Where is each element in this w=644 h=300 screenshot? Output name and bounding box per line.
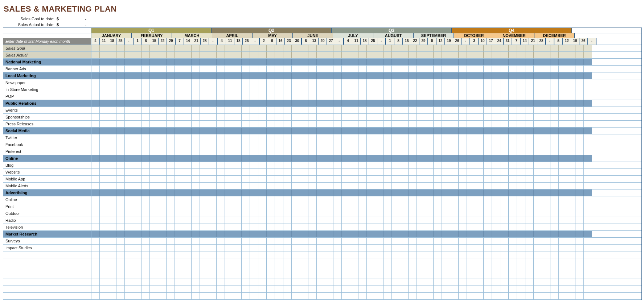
grid-cell[interactable] xyxy=(559,107,567,113)
grid-cell[interactable] xyxy=(192,203,200,210)
grid-cell[interactable] xyxy=(325,107,333,113)
grid-cell[interactable] xyxy=(575,258,584,265)
grid-cell[interactable] xyxy=(358,293,367,299)
grid-cell[interactable] xyxy=(450,251,459,258)
grid-cell[interactable] xyxy=(475,52,484,58)
grid-cell[interactable] xyxy=(242,196,250,203)
grid-cell[interactable] xyxy=(116,162,125,168)
grid-cell[interactable] xyxy=(475,86,484,93)
grid-cell[interactable] xyxy=(250,258,258,265)
grid-cell[interactable] xyxy=(183,114,192,120)
grid-cell[interactable] xyxy=(250,224,258,230)
grid-cell[interactable] xyxy=(517,52,525,58)
grid-cell[interactable] xyxy=(475,251,484,258)
grid-cell[interactable] xyxy=(267,162,275,168)
grid-cell[interactable] xyxy=(150,121,158,127)
grid-cell[interactable] xyxy=(183,279,192,286)
grid-cell[interactable] xyxy=(267,251,275,258)
grid-cell[interactable] xyxy=(358,217,367,224)
grid-cell[interactable] xyxy=(442,265,450,272)
grid-cell[interactable] xyxy=(158,121,167,127)
grid-cell[interactable] xyxy=(525,286,534,292)
grid-cell[interactable] xyxy=(350,203,358,210)
grid-cell[interactable] xyxy=(158,107,167,113)
grid-cell[interactable] xyxy=(325,183,333,189)
grid-cell[interactable] xyxy=(567,286,575,292)
grid-cell[interactable] xyxy=(150,162,158,168)
grid-cell[interactable] xyxy=(192,169,200,175)
grid-cell[interactable] xyxy=(158,265,167,272)
grid-cell[interactable] xyxy=(267,141,275,148)
grid-cell[interactable] xyxy=(116,245,125,251)
grid-cell[interactable] xyxy=(225,251,233,258)
grid-cell[interactable] xyxy=(167,169,175,175)
grid-cell[interactable] xyxy=(442,107,450,113)
grid-cell[interactable] xyxy=(225,52,233,58)
grid-cell[interactable] xyxy=(400,107,409,113)
grid-cell[interactable] xyxy=(300,258,308,265)
grid-cell[interactable] xyxy=(350,141,358,148)
grid-cell[interactable] xyxy=(584,176,592,182)
grid-cell[interactable] xyxy=(509,217,517,224)
grid-cell[interactable] xyxy=(100,210,108,217)
grid-cell[interactable] xyxy=(400,134,409,141)
grid-cell[interactable] xyxy=(283,169,292,175)
grid-cell[interactable] xyxy=(475,293,484,299)
grid-cell[interactable] xyxy=(250,251,258,258)
grid-cell[interactable] xyxy=(275,107,283,113)
grid-cell[interactable] xyxy=(450,134,459,141)
grid-cell[interactable] xyxy=(91,217,100,224)
grid-cell[interactable] xyxy=(233,217,242,224)
grid-cell[interactable] xyxy=(517,238,525,244)
grid-cell[interactable] xyxy=(500,107,509,113)
grid-cell[interactable] xyxy=(208,162,217,168)
grid-cell[interactable] xyxy=(333,203,342,210)
grid-cell[interactable] xyxy=(358,210,367,217)
grid-cell[interactable] xyxy=(342,45,350,51)
grid-cell[interactable] xyxy=(242,272,250,279)
grid-cell[interactable] xyxy=(575,286,584,292)
grid-cell[interactable] xyxy=(133,217,141,224)
grid-cell[interactable] xyxy=(409,272,417,279)
grid-cell[interactable] xyxy=(367,251,375,258)
grid-cell[interactable] xyxy=(300,79,308,86)
grid-cell[interactable] xyxy=(450,52,459,58)
grid-cell[interactable] xyxy=(108,272,116,279)
grid-cell[interactable] xyxy=(175,176,183,182)
grid-cell[interactable] xyxy=(342,238,350,244)
grid-cell[interactable] xyxy=(550,286,559,292)
grid-cell[interactable] xyxy=(91,176,100,182)
grid-cell[interactable] xyxy=(200,169,208,175)
grid-cell[interactable] xyxy=(258,183,267,189)
grid-cell[interactable] xyxy=(225,196,233,203)
grid-cell[interactable] xyxy=(417,265,425,272)
grid-cell[interactable] xyxy=(300,52,308,58)
grid-cell[interactable] xyxy=(517,169,525,175)
grid-cell[interactable] xyxy=(509,258,517,265)
grid-cell[interactable] xyxy=(475,272,484,279)
grid-cell[interactable] xyxy=(125,265,133,272)
grid-cell[interactable] xyxy=(333,279,342,286)
grid-cell[interactable] xyxy=(567,121,575,127)
grid-cell[interactable] xyxy=(292,45,300,51)
grid-cell[interactable] xyxy=(125,217,133,224)
grid-cell[interactable] xyxy=(133,134,141,141)
grid-cell[interactable] xyxy=(133,169,141,175)
grid-cell[interactable] xyxy=(342,245,350,251)
grid-cell[interactable] xyxy=(534,93,542,100)
grid-cell[interactable] xyxy=(125,258,133,265)
grid-cell[interactable] xyxy=(258,66,267,72)
grid-cell[interactable] xyxy=(450,66,459,72)
grid-cell[interactable] xyxy=(200,265,208,272)
grid-cell[interactable] xyxy=(283,245,292,251)
grid-cell[interactable] xyxy=(350,162,358,168)
grid-cell[interactable] xyxy=(509,210,517,217)
grid-cell[interactable] xyxy=(475,265,484,272)
grid-cell[interactable] xyxy=(300,203,308,210)
grid-cell[interactable] xyxy=(133,45,141,51)
grid-cell[interactable] xyxy=(192,245,200,251)
grid-cell[interactable] xyxy=(484,245,492,251)
grid-cell[interactable] xyxy=(409,251,417,258)
grid-cell[interactable] xyxy=(550,45,559,51)
grid-cell[interactable] xyxy=(283,279,292,286)
